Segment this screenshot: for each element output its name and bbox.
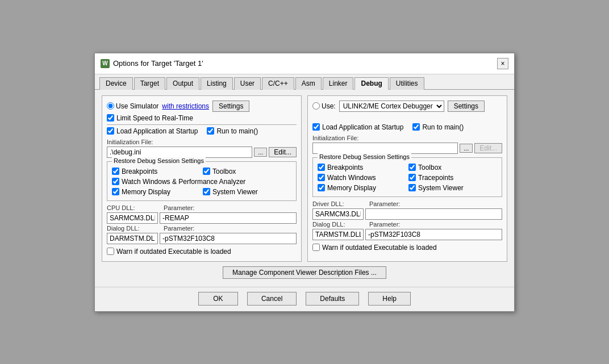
right-breakpoints-checkbox[interactable] xyxy=(318,164,325,171)
tab-cpp[interactable]: C/C++ xyxy=(262,77,294,90)
right-toolbox-checkbox[interactable] xyxy=(408,164,416,171)
right-toolbox-text: Toolbox xyxy=(418,164,441,171)
right-init-file-input[interactable] xyxy=(312,143,458,154)
right-settings-button[interactable]: Settings xyxy=(448,101,485,112)
simulator-radio[interactable] xyxy=(107,102,114,110)
separator1 xyxy=(107,124,297,125)
left-dialog-dll-label: Dialog DLL: xyxy=(107,225,158,232)
left-breakpoints-checkbox[interactable] xyxy=(112,168,119,175)
right-breakpoints-text: Breakpoints xyxy=(327,164,363,171)
right-run-to-main-checkbox[interactable] xyxy=(412,123,420,131)
right-driver-dll-input[interactable] xyxy=(312,208,364,220)
app-icon: W xyxy=(101,59,110,68)
tab-linker[interactable]: Linker xyxy=(323,77,354,90)
right-memory-display-checkbox[interactable] xyxy=(318,184,325,191)
left-breakpoints-label[interactable]: Breakpoints xyxy=(112,168,201,175)
right-restore-group: Restore Debug Session Settings Breakpoin… xyxy=(312,157,502,197)
right-load-app-label[interactable]: Load Application at Startup xyxy=(312,123,403,131)
left-browse-button[interactable]: ... xyxy=(254,148,267,157)
right-memory-display-text: Memory Display xyxy=(327,184,376,192)
left-run-to-main-label[interactable]: Run to main() xyxy=(207,127,258,135)
left-watch-windows-label[interactable]: Watch Windows & Performance Analyzer xyxy=(112,178,291,186)
right-tracepoints-checkbox[interactable] xyxy=(408,174,416,181)
tab-output[interactable]: Output xyxy=(166,77,199,90)
left-edit-button[interactable]: Edit... xyxy=(269,147,297,157)
left-dialog-dll-input[interactable] xyxy=(107,233,158,244)
tab-device[interactable]: Device xyxy=(99,77,133,90)
cancel-button[interactable]: Cancel xyxy=(247,292,297,306)
help-button[interactable]: Help xyxy=(368,292,411,306)
left-settings-button[interactable]: Settings xyxy=(212,101,249,112)
debugger-select[interactable]: ULINK2/ME Cortex Debugger xyxy=(339,101,444,112)
right-dialog-param-input[interactable] xyxy=(365,229,502,240)
left-dialog-input-row xyxy=(107,233,297,244)
left-group-content: Breakpoints Toolbox Watch Windows & Perf… xyxy=(112,168,291,197)
simulator-label: Use Simulator xyxy=(116,102,158,110)
right-run-to-main-label[interactable]: Run to main() xyxy=(412,123,464,131)
right-toolbox-label[interactable]: Toolbox xyxy=(408,164,497,171)
left-cpu-param-input[interactable] xyxy=(160,212,297,224)
limit-speed-text: Limit Speed to Real-Time xyxy=(116,114,193,122)
left-warn-label[interactable]: Warn if outdated Executable is loaded xyxy=(107,248,231,256)
right-browse-button[interactable]: ... xyxy=(460,144,473,153)
limit-speed-checkbox[interactable] xyxy=(107,114,114,122)
use-radio-label[interactable]: Use: xyxy=(312,102,336,110)
right-system-viewer-checkbox[interactable] xyxy=(408,184,416,191)
left-toolbox-checkbox[interactable] xyxy=(203,168,210,175)
tab-listing[interactable]: Listing xyxy=(201,77,233,90)
tab-target[interactable]: Target xyxy=(134,77,165,90)
tab-utilities[interactable]: Utilities xyxy=(390,77,424,90)
left-load-app-checkbox[interactable] xyxy=(107,127,114,135)
right-watch-windows-text: Watch Windows xyxy=(327,174,376,182)
right-dialog-label-row: Dialog DLL: Parameter: xyxy=(312,221,502,228)
left-system-viewer-label[interactable]: System Viewer xyxy=(203,188,291,196)
left-load-app-label[interactable]: Load Application at Startup xyxy=(107,127,198,135)
right-tracepoints-label[interactable]: Tracepoints xyxy=(408,174,497,182)
left-init-file-input[interactable] xyxy=(107,147,252,158)
right-breakpoints-label[interactable]: Breakpoints xyxy=(318,164,406,171)
right-init-file-label: Initialization File: xyxy=(312,135,502,141)
right-warn-checkbox[interactable] xyxy=(312,244,320,251)
use-radio[interactable] xyxy=(312,102,320,110)
left-cpu-param-label: Parameter: xyxy=(164,204,297,211)
left-system-viewer-checkbox[interactable] xyxy=(203,188,210,195)
limit-speed-label[interactable]: Limit Speed to Real-Time xyxy=(107,114,297,122)
left-load-app-text: Load Application at Startup xyxy=(116,127,198,135)
right-driver-param-label: Parameter: xyxy=(369,200,502,207)
left-toolbox-label[interactable]: Toolbox xyxy=(203,168,291,175)
simulator-row: Use Simulator with restrictions Settings xyxy=(107,101,297,112)
tab-debug[interactable]: Debug xyxy=(354,77,388,90)
right-restore-title: Restore Debug Session Settings xyxy=(318,153,411,160)
right-memory-display-label[interactable]: Memory Display xyxy=(318,184,406,192)
restrictions-link[interactable]: with restrictions xyxy=(162,102,209,110)
right-load-app-checkbox[interactable] xyxy=(312,123,320,131)
right-warn-label[interactable]: Warn if outdated Executable is loaded xyxy=(312,244,437,252)
manage-row: Manage Component Viewer Description File… xyxy=(102,266,507,279)
left-memory-display-label[interactable]: Memory Display xyxy=(112,188,201,196)
right-driver-param-input[interactable] xyxy=(365,208,502,220)
right-tracepoints-text: Tracepoints xyxy=(418,174,453,182)
left-cpu-dll-label: CPU DLL: xyxy=(107,204,158,211)
close-button[interactable]: × xyxy=(497,58,508,69)
left-run-to-main-checkbox[interactable] xyxy=(207,127,214,135)
right-watch-windows-checkbox[interactable] xyxy=(318,174,325,181)
right-edit-button[interactable]: Edit... xyxy=(474,143,502,153)
right-dialog-dll-input[interactable] xyxy=(312,229,364,240)
left-warn-checkbox[interactable] xyxy=(107,248,114,255)
right-warn-row: Warn if outdated Executable is loaded xyxy=(312,244,502,253)
manage-button[interactable]: Manage Component Viewer Description File… xyxy=(223,266,386,279)
left-watch-windows-checkbox[interactable] xyxy=(112,178,119,185)
left-toolbox-text: Toolbox xyxy=(212,168,236,175)
ok-button[interactable]: OK xyxy=(198,292,238,306)
right-checkboxes-grid: Breakpoints Toolbox Watch Windows xyxy=(318,164,497,193)
simulator-radio-label[interactable]: Use Simulator xyxy=(107,102,158,110)
use-row: Use: ULINK2/ME Cortex Debugger Settings xyxy=(312,101,502,112)
left-dialog-param-input[interactable] xyxy=(160,233,297,244)
tab-asm[interactable]: Asm xyxy=(295,77,322,90)
defaults-button[interactable]: Defaults xyxy=(306,292,359,306)
left-cpu-dll-input[interactable] xyxy=(107,212,158,224)
tab-user[interactable]: User xyxy=(234,77,261,90)
right-watch-windows-label[interactable]: Watch Windows xyxy=(318,174,406,182)
right-system-viewer-label[interactable]: System Viewer xyxy=(408,184,497,192)
left-memory-display-checkbox[interactable] xyxy=(112,188,119,195)
